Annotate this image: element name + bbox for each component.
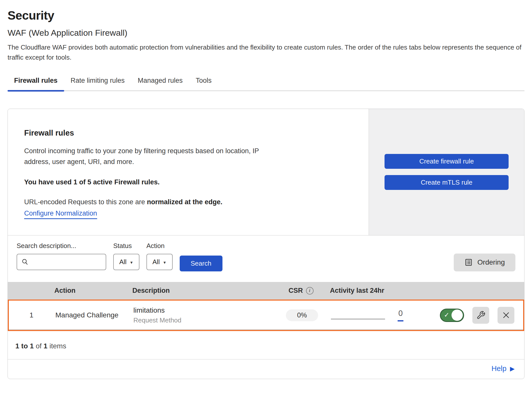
page-title: Security — [8, 9, 524, 22]
delete-rule-button[interactable] — [498, 307, 514, 324]
pagination-summary: 1 to 1 of 1 items — [8, 331, 524, 359]
normalization-line: URL-encoded Requests to this zone are no… — [24, 198, 352, 206]
search-label: Search description... — [17, 242, 106, 250]
header-action: Action — [53, 287, 132, 295]
csr-badge: 0% — [286, 309, 318, 321]
create-firewall-rule-button[interactable]: Create firewall rule — [385, 154, 509, 169]
ordering-button[interactable]: Ordering — [454, 254, 515, 271]
rule-description-cell: limitations Request Method — [133, 306, 273, 324]
security-waf-page: Security WAF (Web Application Firewall) … — [0, 0, 532, 379]
help-link[interactable]: Help ▶ — [491, 364, 515, 373]
chevron-down-icon: ▼ — [163, 260, 167, 265]
rule-controls: ✓ — [422, 307, 523, 324]
overview-heading: Firewall rules — [24, 129, 352, 138]
rule-enabled-toggle[interactable]: ✓ — [440, 309, 464, 322]
page-description: The Cloudflare WAF provides both automat… — [8, 42, 523, 63]
search-input[interactable] — [31, 254, 112, 270]
card-overview-section: Firewall rules Control incoming traffic … — [8, 109, 524, 235]
activity-count-link[interactable]: 0 — [398, 309, 403, 321]
rule-description-sub: Request Method — [133, 316, 273, 324]
header-csr: CSR i — [272, 287, 330, 295]
actions-panel: Create firewall rule Create mTLS rule — [369, 109, 524, 235]
overview-text-panel: Firewall rules Control incoming traffic … — [8, 109, 369, 235]
rule-priority: 1 — [9, 311, 54, 319]
search-button[interactable]: Search — [180, 256, 222, 271]
action-dropdown[interactable]: All ▼ — [146, 254, 173, 270]
pagination-total: 1 — [44, 342, 48, 350]
table-header-row: Action Description CSR i Activity last 2… — [8, 282, 524, 300]
status-dropdown[interactable]: All ▼ — [113, 254, 139, 270]
overview-description: Control incoming traffic to your zone by… — [24, 146, 268, 167]
ordering-button-label: Ordering — [477, 258, 505, 266]
close-icon — [502, 311, 510, 319]
table-row[interactable]: 1 Managed Challenge limitations Request … — [8, 300, 524, 331]
usage-line: You have used 1 of 5 active Firewall rul… — [24, 178, 352, 186]
filter-bar: Search description... Status All ▼ Actio… — [8, 235, 524, 282]
tab-managed-rules[interactable]: Managed rules — [131, 75, 189, 91]
chevron-down-icon: ▼ — [130, 260, 133, 265]
firewall-rules-card: Firewall rules Control incoming traffic … — [8, 109, 524, 379]
rule-activity-cell: 0 — [331, 309, 422, 321]
ordering-list-icon — [464, 258, 473, 267]
rule-csr-cell: 0% — [273, 309, 331, 321]
toggle-knob — [451, 310, 463, 321]
edit-rule-button[interactable] — [472, 307, 489, 324]
search-icon — [21, 258, 29, 266]
page-subtitle: WAF (Web Application Firewall) — [8, 28, 524, 38]
search-group: Search description... — [17, 242, 106, 270]
arrow-right-icon: ▶ — [510, 365, 515, 372]
status-filter-group: Status All ▼ — [113, 242, 139, 270]
normalization-prefix: URL-encoded Requests to this zone are — [24, 198, 147, 206]
status-label: Status — [113, 242, 139, 250]
info-icon[interactable]: i — [306, 287, 314, 295]
tab-rate-limiting-rules[interactable]: Rate limiting rules — [64, 75, 131, 91]
pagination-items: items — [49, 342, 66, 350]
configure-normalization-link[interactable]: Configure Normalization — [24, 210, 97, 219]
normalization-bold: normalized at the edge. — [147, 198, 222, 206]
action-label: Action — [146, 242, 173, 250]
header-description: Description — [132, 287, 272, 295]
tab-firewall-rules[interactable]: Firewall rules — [8, 75, 64, 91]
rule-description: limitations — [133, 306, 273, 314]
action-dropdown-value: All — [153, 258, 160, 266]
pagination-of: of — [36, 342, 42, 350]
status-dropdown-value: All — [119, 258, 127, 266]
rules-tab-bar: Firewall rules Rate limiting rules Manag… — [8, 75, 524, 91]
activity-sparkline — [331, 319, 385, 319]
pagination-range: 1 to 1 — [15, 342, 34, 350]
help-link-label: Help — [491, 364, 507, 373]
create-mtls-rule-button[interactable]: Create mTLS rule — [385, 175, 509, 190]
check-icon: ✓ — [444, 311, 449, 319]
header-csr-label: CSR — [288, 287, 303, 295]
header-activity: Activity last 24hr — [330, 287, 421, 295]
help-row: Help ▶ — [8, 359, 524, 379]
tab-tools[interactable]: Tools — [189, 75, 218, 91]
search-box[interactable] — [17, 254, 106, 270]
rule-action: Managed Challenge — [54, 311, 133, 319]
wrench-icon — [476, 311, 485, 320]
action-filter-group: Action All ▼ — [146, 242, 173, 270]
